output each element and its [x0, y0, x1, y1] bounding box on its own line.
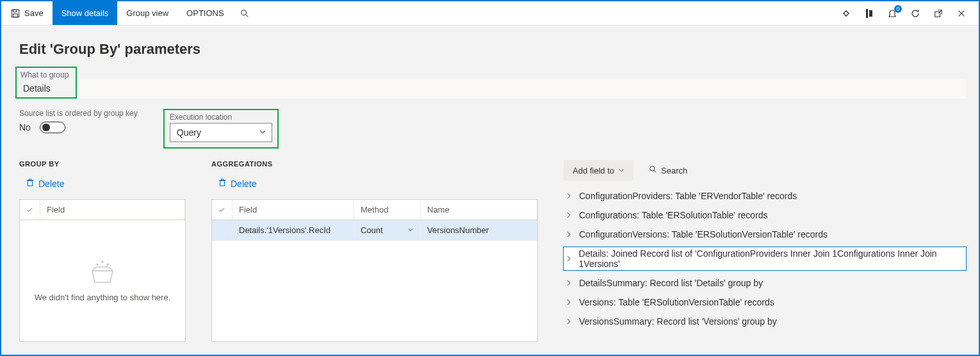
- execution-location-highlight: Execution location Query: [163, 109, 279, 149]
- tree-item[interactable]: Details: Joined Record list of 'Configur…: [564, 247, 966, 270]
- options-row: Source list is ordered by group key No E…: [19, 109, 966, 149]
- svg-point-12: [102, 261, 103, 263]
- popout-button[interactable]: [931, 6, 945, 20]
- agg-row-method[interactable]: Count: [354, 220, 421, 240]
- aggregations-grid: Field Method Name Details.'1Versions'.Re…: [211, 199, 538, 342]
- tree-item-label: Versions: Table 'ERSolutionVersionTable'…: [579, 297, 774, 307]
- expand-icon[interactable]: [566, 280, 573, 286]
- agg-row-field[interactable]: Details.'1Versions'.RecId: [233, 220, 354, 240]
- chevron-down-icon: [259, 127, 266, 138]
- svg-rect-5: [866, 9, 868, 18]
- page-title: Edit 'Group By' parameters: [19, 41, 966, 58]
- tree-item-label: Details: Joined Record list of 'Configur…: [579, 248, 963, 269]
- save-label: Save: [24, 8, 44, 18]
- table-row[interactable]: Details.'1Versions'.RecId Count Versions…: [212, 220, 537, 241]
- expand-icon[interactable]: [566, 255, 573, 262]
- expand-icon[interactable]: [566, 299, 573, 305]
- tree-item-label: ConfigurationProviders: Table 'ERVendorT…: [579, 191, 797, 201]
- trash-icon: [218, 178, 227, 189]
- office-icon[interactable]: [862, 6, 876, 20]
- show-details-label: Show details: [61, 8, 109, 18]
- close-button[interactable]: [954, 6, 968, 20]
- tree-search-button[interactable]: Search: [640, 160, 696, 181]
- tree-toolbar: Add field to Search: [564, 160, 966, 181]
- tree-item-label: Configurations: Table 'ERSolutionTable' …: [579, 210, 768, 220]
- tree-item[interactable]: VersionsSummary: Record list 'Versions' …: [564, 315, 966, 328]
- tree-column: Add field to Search ConfigurationProvide…: [564, 160, 966, 342]
- columns: GROUP BY Delete Field: [19, 160, 966, 342]
- refresh-button[interactable]: [908, 6, 922, 20]
- add-field-to-label: Add field to: [573, 166, 614, 175]
- group-by-empty-state: We didn't find anything to show here.: [20, 220, 185, 341]
- expand-icon[interactable]: [566, 193, 573, 199]
- toolbar-right: 0: [839, 1, 975, 25]
- attach-icon[interactable]: [839, 6, 853, 20]
- group-view-label: Group view: [126, 8, 168, 18]
- ordered-label: Source list is ordered by group key: [19, 109, 138, 118]
- execution-location-field: Execution location Query: [170, 113, 272, 142]
- toolbar-left: Save Show details Group view OPTIONS: [1, 1, 256, 25]
- what-to-group-label: What to group: [20, 70, 72, 79]
- execution-location-label: Execution location: [170, 113, 272, 122]
- toolbar-search-button[interactable]: [233, 1, 256, 25]
- group-by-column: GROUP BY Delete Field: [19, 160, 186, 342]
- group-by-grid: Field We didn't find anything to show he…: [19, 199, 186, 342]
- agg-method-header[interactable]: Method: [354, 200, 421, 220]
- notifications-badge: 0: [894, 5, 902, 13]
- what-to-group-highlight: What to group Details: [15, 67, 77, 99]
- aggregations-delete-button[interactable]: Delete: [215, 174, 538, 193]
- tree-search-label: Search: [661, 166, 687, 175]
- expand-icon[interactable]: [566, 212, 573, 218]
- what-to-group-value: Details: [20, 81, 72, 95]
- agg-field-header[interactable]: Field: [233, 200, 354, 220]
- expand-icon[interactable]: [566, 318, 573, 325]
- agg-name-header[interactable]: Name: [421, 200, 537, 220]
- svg-rect-1: [13, 10, 17, 12]
- options-label: OPTIONS: [186, 8, 224, 18]
- ordered-field: Source list is ordered by group key No: [19, 109, 138, 133]
- group-by-select-all[interactable]: [20, 200, 40, 220]
- expand-icon[interactable]: [566, 231, 573, 238]
- svg-point-3: [241, 10, 246, 15]
- what-to-group-value-bar: [77, 79, 966, 99]
- row-selector[interactable]: [212, 220, 233, 240]
- notifications-button[interactable]: 0: [885, 6, 899, 20]
- execution-location-dropdown[interactable]: Query: [170, 123, 272, 142]
- aggregations-heading: AGGREGATIONS: [211, 160, 538, 168]
- tree-item[interactable]: DetailsSummary: Record list 'Details' gr…: [564, 277, 966, 289]
- show-details-button[interactable]: Show details: [53, 1, 118, 25]
- save-button[interactable]: Save: [1, 1, 53, 25]
- svg-point-11: [97, 264, 98, 265]
- tree-item-label: DetailsSummary: Record list 'Details' gr…: [579, 278, 763, 288]
- what-to-group-field: What to group Details: [19, 67, 966, 99]
- search-icon: [240, 8, 250, 19]
- agg-row-name[interactable]: VersionsNumber: [421, 220, 537, 240]
- ordered-value: No: [19, 122, 31, 133]
- group-view-button[interactable]: Group view: [117, 1, 177, 25]
- group-by-grid-header: Field: [20, 200, 185, 220]
- tree-item[interactable]: ConfigurationProviders: Table 'ERVendorT…: [564, 190, 966, 202]
- tree-item[interactable]: Configurations: Table 'ERSolutionTable' …: [564, 209, 966, 222]
- content: Edit 'Group By' parameters What to group…: [1, 26, 979, 355]
- svg-rect-10: [28, 181, 33, 186]
- tree-item-label: ConfigurationVersions: Table 'ERSolution…: [579, 229, 828, 239]
- group-by-empty-message: We didn't find anything to show here.: [35, 293, 171, 302]
- aggregations-delete-label: Delete: [231, 179, 256, 189]
- svg-rect-14: [220, 181, 225, 186]
- chevron-down-icon: [407, 225, 414, 235]
- aggregations-column: AGGREGATIONS Delete Field Method Name: [211, 160, 538, 342]
- data-source-tree: ConfigurationProviders: Table 'ERVendorT…: [564, 190, 966, 328]
- aggregations-select-all[interactable]: [212, 200, 233, 220]
- group-by-delete-button[interactable]: Delete: [23, 174, 186, 193]
- svg-rect-2: [13, 13, 18, 17]
- tree-item[interactable]: ConfigurationVersions: Table 'ERSolution…: [564, 228, 966, 241]
- svg-line-16: [654, 170, 656, 172]
- tree-item[interactable]: Versions: Table 'ERSolutionVersionTable'…: [564, 296, 966, 309]
- options-button[interactable]: OPTIONS: [177, 1, 233, 25]
- add-field-to-button[interactable]: Add field to: [564, 160, 633, 181]
- svg-rect-6: [869, 10, 872, 17]
- ordered-toggle[interactable]: [40, 122, 65, 133]
- execution-location-value: Query: [177, 127, 201, 138]
- app-window: Save Show details Group view OPTIONS: [0, 0, 980, 356]
- group-by-field-header[interactable]: Field: [40, 200, 185, 220]
